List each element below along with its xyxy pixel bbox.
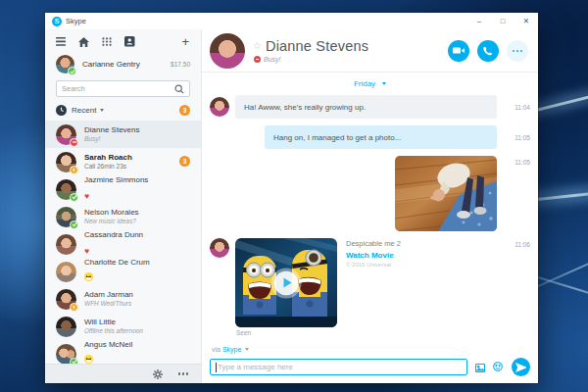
heart-emoji: ♥ — [84, 191, 89, 201]
message-outgoing: Hang on, I managed to get a photo... 11:… — [210, 125, 530, 149]
search-input[interactable]: Search — [56, 80, 190, 97]
more-options-button[interactable] — [507, 40, 528, 62]
contact-name: Angus McNeil — [84, 340, 132, 350]
avatar — [56, 179, 76, 200]
contact-name: Charlotte De Crum — [84, 258, 150, 268]
conversation-header: ☆ Dianne Stevens Busy! — [202, 29, 538, 73]
compose-area: via Skype Type a message here — [202, 343, 538, 383]
settings-gear-icon[interactable] — [153, 369, 163, 379]
grin-emoji — [84, 272, 93, 281]
conversation-panel: ☆ Dianne Stevens Busy! — [202, 29, 538, 383]
dialpad-icon[interactable] — [102, 37, 112, 46]
minimize-button[interactable]: – — [467, 13, 491, 29]
message-time: 11:06 — [497, 238, 530, 248]
skype-window: S Skype – □ ✕ + — [45, 13, 538, 383]
chevron-down-icon — [382, 82, 386, 85]
via-channel-selector[interactable]: via Skype — [212, 346, 530, 353]
online-status-badge — [68, 67, 76, 75]
search-placeholder: Search — [62, 84, 174, 93]
avatar — [56, 262, 76, 282]
date-divider[interactable]: Friday — [354, 79, 386, 88]
contact-name: Nelson Morales — [84, 208, 139, 218]
photo-attachment[interactable] — [395, 156, 497, 231]
contact-name: Will Little — [84, 318, 143, 327]
video-title: Despicable me 2 — [346, 239, 497, 248]
maximize-button[interactable]: □ — [491, 13, 514, 29]
contact-status: Offline this afternoon — [84, 327, 143, 335]
skype-credit: $17.50 — [171, 61, 190, 68]
app-body: + Carianne Gentry $17.50 Search Recent — [45, 29, 538, 383]
skype-logo-icon: S — [52, 17, 62, 26]
contact-list: Dianne Stevens Busy! Sarah Roach Call 26… — [45, 121, 201, 383]
input-placeholder: Type a message here — [218, 363, 293, 371]
send-button[interactable] — [512, 358, 530, 376]
window-controls: – □ ✕ — [467, 13, 538, 29]
contact-name: Cassandra Dunn — [84, 230, 143, 240]
avatar — [56, 124, 76, 145]
heart-emoji: ♥ — [84, 246, 89, 256]
avatar — [56, 55, 74, 74]
watch-movie-link[interactable]: Watch Movie — [346, 251, 497, 260]
sidebar-bottom-bar — [45, 364, 201, 383]
contact-row-nelson-morales[interactable]: Nelson Morales New music ideas? — [45, 203, 201, 230]
on-call-badge — [70, 166, 78, 174]
voice-call-button[interactable] — [477, 40, 499, 62]
contact-row-jazmine-simmons[interactable]: Jazmine Simmons ♥ — [45, 175, 201, 203]
avatar — [56, 344, 76, 365]
contacts-icon[interactable] — [124, 36, 135, 47]
contact-row-will-little[interactable]: Will Little Offline this afternoon — [45, 313, 201, 340]
contact-row-cassandra-dunn[interactable]: Cassandra Dunn ♥ — [45, 230, 201, 258]
emoji-icon[interactable] — [493, 359, 504, 376]
contact-row-adam-jarman[interactable]: Adam Jarman WFH Wed/Thurs — [45, 285, 201, 313]
contact-status: WFH Wed/Thurs — [84, 300, 133, 308]
avatar — [56, 317, 76, 337]
title-bar: S Skype – □ ✕ — [45, 13, 538, 29]
recent-filter[interactable]: Recent 3 — [45, 102, 201, 121]
more-options-icon[interactable] — [178, 372, 188, 374]
search-icon — [174, 84, 184, 94]
contact-status: Busy! — [84, 135, 139, 143]
text-caret — [216, 363, 217, 372]
chevron-down-icon — [100, 109, 104, 112]
message-bubble[interactable]: Hang on, I managed to get a photo... — [265, 125, 497, 149]
contact-name: Sarah Roach — [84, 153, 132, 163]
profile-row[interactable]: Carianne Gentry $17.50 — [45, 51, 201, 76]
message-input[interactable]: Type a message here — [210, 359, 467, 375]
video-thumbnail[interactable] — [235, 238, 337, 327]
conversation-title: Dianne Stevens — [266, 38, 368, 54]
contact-mood-status: Busy! — [264, 56, 281, 63]
home-icon[interactable] — [78, 37, 89, 47]
contact-name: Dianne Stevens — [84, 125, 139, 135]
photo-attachment-icon[interactable] — [475, 359, 485, 376]
message-time: 11:05 — [497, 156, 530, 166]
play-button[interactable] — [274, 270, 299, 295]
avatar — [210, 97, 229, 117]
online-status-badge — [70, 220, 78, 229]
grin-emoji — [84, 355, 93, 364]
message-time: 11:04 — [497, 104, 530, 111]
message-incoming: Ha! Awww, she's really growing up. 11:04 — [210, 95, 530, 119]
contact-row-charlotte-de-crum[interactable]: Charlotte De Crum — [45, 258, 201, 285]
message-list: Friday Ha! Awww, she's really growing up… — [202, 73, 538, 343]
avatar[interactable] — [210, 33, 245, 69]
contact-row-dianne-stevens[interactable]: Dianne Stevens Busy! — [45, 121, 201, 148]
close-button[interactable]: ✕ — [514, 13, 538, 29]
video-call-button[interactable] — [448, 40, 469, 62]
unread-badge: 3 — [179, 156, 190, 167]
busy-status-badge — [70, 138, 78, 147]
avatar — [56, 207, 76, 227]
sidebar-nav: + — [45, 29, 201, 51]
contact-status: Call 26min 23s — [84, 163, 132, 171]
recent-label: Recent — [72, 106, 96, 115]
menu-icon[interactable] — [56, 37, 66, 46]
sidebar: + Carianne Gentry $17.50 Search Recent — [45, 29, 202, 383]
avatar — [56, 289, 76, 310]
message-bubble[interactable]: Ha! Awww, she's really growing up. — [235, 95, 497, 119]
read-receipt: Seen — [236, 329, 530, 336]
add-button[interactable]: + — [181, 37, 189, 47]
video-camera-icon — [453, 46, 465, 55]
window-title: Skype — [66, 17, 86, 25]
message-incoming-video: Despicable me 2 Watch Movie © 2015 Unive… — [210, 238, 530, 327]
contact-row-sarah-roach[interactable]: Sarah Roach Call 26min 23s 3 — [45, 148, 201, 175]
favorite-star-icon[interactable]: ☆ — [253, 41, 262, 51]
